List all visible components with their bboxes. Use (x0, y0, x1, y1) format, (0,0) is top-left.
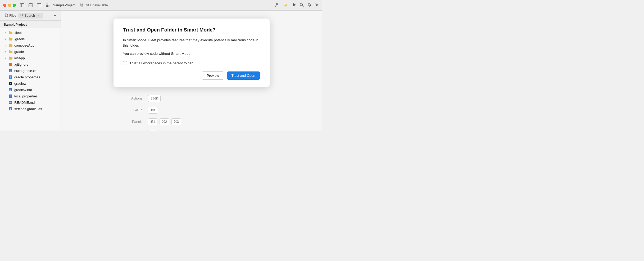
folder-icon (8, 56, 13, 60)
svg-point-8 (49, 3, 49, 4)
tree-label-local-props: local.properties (14, 94, 38, 98)
git-file-icon: G (8, 62, 13, 66)
lightning-icon[interactable]: ⚡ (284, 3, 289, 8)
local-props-icon: ⚙ (8, 94, 13, 98)
svg-point-6 (46, 3, 47, 4)
apps-grid-icon[interactable] (46, 3, 50, 7)
window-controls (20, 3, 50, 7)
project-name: SampleProject (53, 3, 75, 7)
shortcut-keys-new-file: ⌘N (148, 130, 158, 130)
shortcut-label-panels: Panels (116, 120, 143, 124)
trust-dialog: Trust and Open Folder in Smart Mode? In … (114, 19, 270, 87)
tree-item-gradlew[interactable]: $ gradlew (0, 80, 61, 87)
svg-rect-2 (29, 3, 33, 7)
tree-item-readme[interactable]: M↓ README.md (0, 99, 61, 106)
dialog-body-line1: In Smart Mode, Fleet provides features t… (123, 38, 260, 48)
tree-item-gradle-dir[interactable]: › .gradle (0, 36, 61, 42)
dialog-checkbox-row: Trust all workspaces in the parent folde… (123, 61, 260, 65)
tree-label-composeApp: composeApp (14, 43, 34, 47)
preview-button[interactable]: Preview (202, 71, 224, 80)
tree-label-gradlew-bat: gradlew.bat (14, 88, 32, 92)
trust-all-label: Trust all workspaces in the parent folde… (130, 61, 193, 65)
gradle-kts-icon: G (8, 69, 13, 73)
git-icon (80, 3, 83, 7)
shortcut-keys-goto: ⌘K (148, 107, 158, 114)
svg-point-11 (49, 5, 49, 6)
svg-text:M↓: M↓ (9, 102, 12, 104)
content-area: Trust and Open Folder in Smart Mode? In … (61, 11, 322, 130)
kbd-cmd-k: ⌘K (148, 107, 158, 114)
chevron-icon: › (4, 37, 7, 41)
tree-item-iosApp[interactable]: › iosApp (0, 55, 61, 61)
tree-label-gradle-props: gradle.properties (14, 75, 40, 79)
files-icon (5, 14, 8, 18)
tree-item-gradle-props[interactable]: ⚙ gradle.properties (0, 74, 61, 80)
tree-item-settings-gradle[interactable]: G settings.gradle.kts (0, 106, 61, 112)
spacer (4, 82, 7, 85)
bell-icon[interactable] (307, 3, 311, 8)
tree-item-gitignore[interactable]: G .gitignore (0, 61, 61, 68)
svg-point-10 (47, 5, 48, 6)
gradle-properties-icon: ⚙ (8, 75, 13, 79)
trust-all-checkbox[interactable] (123, 61, 127, 65)
shortcut-actions: Actions ⇧⌘K (116, 95, 267, 102)
dialog-body-line2: You can preview code without Smart Mode. (123, 51, 260, 56)
sidebar-tab-files[interactable]: Files (3, 12, 18, 19)
shortcut-new-file: New File ⌘N (116, 130, 267, 130)
main-layout: Files Search × + SampleProject › (0, 11, 322, 130)
trust-and-open-button[interactable]: Trust and Open (227, 71, 260, 80)
spacer (4, 75, 7, 79)
panel-right-icon[interactable] (37, 3, 41, 7)
close-button[interactable] (3, 4, 6, 7)
tree-label-gradlew: gradlew (14, 82, 26, 86)
spacer (4, 62, 7, 66)
play-icon[interactable] (292, 3, 296, 7)
files-tab-label: Files (9, 14, 16, 17)
bat-icon (8, 88, 13, 92)
tree-item-composeApp[interactable]: › composeApp (0, 42, 61, 48)
tree-label-fleet: .fleet (14, 31, 22, 35)
search-tab-close[interactable]: × (37, 14, 41, 17)
chevron-icon: › (4, 31, 7, 34)
git-status[interactable]: Git Unavailable (80, 3, 108, 7)
settings-icon[interactable] (315, 3, 319, 8)
svg-text:G: G (10, 108, 11, 110)
svg-point-9 (46, 5, 47, 6)
dialog-title: Trust and Open Folder in Smart Mode? (123, 27, 260, 33)
folder-icon (8, 43, 13, 47)
tree-item-gradlew-bat[interactable]: gradlew.bat (0, 87, 61, 93)
shortcut-keys-panels: ⌘1 ⌘2 ⌘3 (148, 118, 181, 125)
tree-item-fleet[interactable]: › .fleet (0, 29, 61, 36)
markdown-icon: M↓ (8, 100, 13, 105)
tree-item-local-props[interactable]: ⚙ local.properties (0, 93, 61, 99)
minimize-button[interactable] (8, 4, 11, 7)
kbd-cmd-1: ⌘1 (148, 118, 158, 125)
spacer (4, 101, 7, 104)
sidebar-toggle-icon[interactable] (20, 3, 24, 7)
project-label: SampleProject (0, 21, 61, 28)
svg-point-14 (49, 6, 49, 7)
sidebar-tab-search[interactable]: Search × (18, 13, 43, 19)
svg-point-13 (47, 6, 48, 7)
panel-bottom-icon[interactable] (29, 3, 33, 7)
svg-line-28 (22, 16, 23, 16)
kbd-shift-cmd-k: ⇧⌘K (148, 95, 161, 102)
folder-icon (8, 37, 13, 41)
svg-text:$: $ (10, 82, 11, 85)
shortcut-label-goto: Go To (116, 108, 143, 112)
svg-text:G: G (10, 70, 11, 72)
add-user-icon[interactable] (275, 3, 280, 8)
kbd-cmd-2: ⌘2 (160, 118, 169, 125)
shortcut-keys-actions: ⇧⌘K (148, 95, 161, 102)
maximize-button[interactable] (13, 4, 16, 7)
search-tab-label: Search (24, 14, 35, 17)
tree-item-build-gradle[interactable]: G build.gradle.kts (0, 68, 61, 74)
svg-rect-0 (20, 3, 24, 7)
add-tab-button[interactable]: + (52, 13, 58, 19)
tree-label-readme: README.md (14, 101, 35, 105)
tree-item-gradle[interactable]: › gradle (0, 48, 61, 55)
kbd-cmd-n: ⌘N (148, 130, 158, 130)
search-icon[interactable] (300, 3, 304, 8)
svg-point-15 (80, 4, 81, 5)
folder-icon (8, 50, 13, 54)
